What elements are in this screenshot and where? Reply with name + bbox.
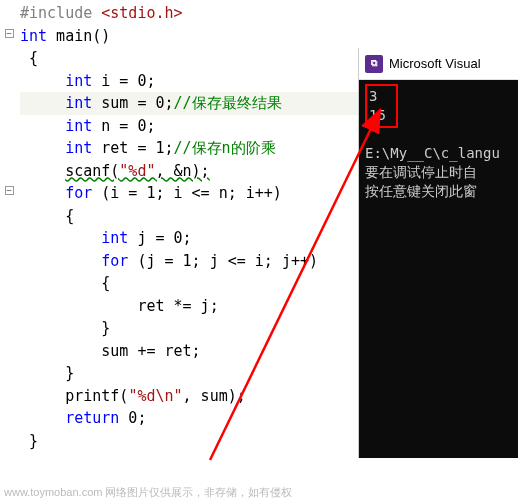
console-message: 按任意键关闭此窗 [365,182,512,201]
scanf-call: scanf("%d", &n); [65,162,210,180]
comment: //保存最终结果 [174,94,282,112]
console-window: ⧉ Microsoft Visual 3 15 E:\My__C\c_langu… [358,48,518,458]
window-title-bar[interactable]: ⧉ Microsoft Visual [359,48,518,80]
window-title: Microsoft Visual [389,56,481,71]
collapse-icon[interactable]: − [2,182,16,199]
comment: //保存n的阶乘 [174,139,276,157]
include-header: <stdio.h> [101,4,182,22]
watermark: www.toymoban.com 网络图片仅供展示，非存储，如有侵权 [4,485,292,500]
preprocessor: #include [20,4,101,22]
collapse-icon[interactable]: − [2,25,16,42]
console-message: 要在调试停止时自 [365,163,512,182]
code-line: #include <stdio.h> [20,2,518,25]
console-input-value: 3 [369,87,386,106]
console-output[interactable]: 3 15 E:\My__C\c_langu 要在调试停止时自 按任意键关闭此窗 [359,80,518,458]
console-path: E:\My__C\c_langu [365,144,512,163]
highlight-box: 3 15 [365,84,398,128]
visual-studio-icon: ⧉ [365,55,383,73]
console-output-value: 15 [369,106,386,125]
code-line: −int main() [20,25,518,48]
